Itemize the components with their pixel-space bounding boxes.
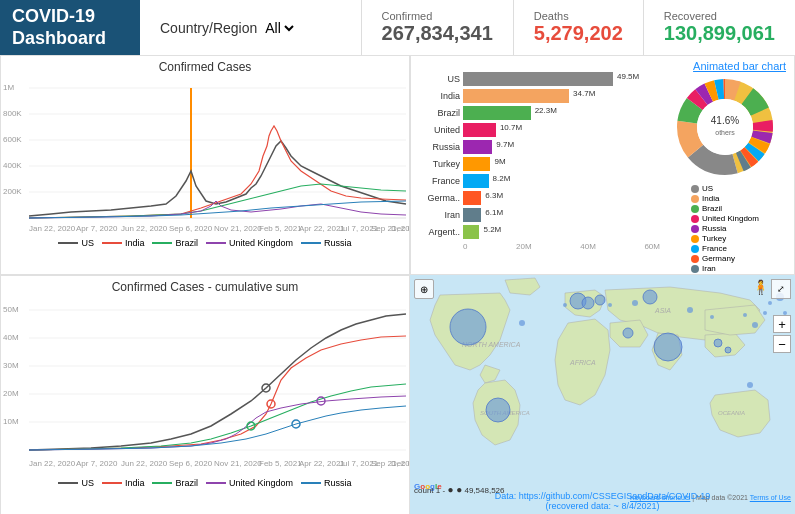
bar-donut-panel: Animated bar chart US49.5MIndia34.7MBraz… xyxy=(410,55,795,275)
bar-row: Argent..5.2M xyxy=(419,225,660,239)
bar-value: 22.3M xyxy=(533,106,557,115)
map-location-icon[interactable]: ⊕ xyxy=(414,279,434,299)
region-dropdown[interactable]: All xyxy=(261,19,297,37)
bar-container: 6.3M xyxy=(463,191,660,205)
svg-text:Feb 5, 2021: Feb 5, 2021 xyxy=(259,224,302,233)
bar-container: 22.3M xyxy=(463,106,660,120)
bar-fill xyxy=(463,208,481,222)
svg-text:Jun 22, 2020: Jun 22, 2020 xyxy=(121,459,168,468)
svg-point-80 xyxy=(632,300,638,306)
map-svg: NORTH AMERICA SOUTH AMERICA AFRICA ASIA … xyxy=(410,275,795,485)
svg-point-83 xyxy=(743,313,747,317)
bar-value: 5.2M xyxy=(481,225,501,234)
svg-text:400K: 400K xyxy=(3,161,22,170)
svg-point-76 xyxy=(714,339,722,347)
cumulative-chart-legend: US India Brazil United Kingdom Russia xyxy=(1,476,409,490)
donut-section: 41.6% others US India Brazil United King… xyxy=(660,72,790,275)
title-line1: COVID-19 xyxy=(12,6,106,28)
bar-fill xyxy=(463,174,489,188)
bar-fill xyxy=(463,123,496,137)
legend-label-us: US xyxy=(81,238,94,248)
bar-container: 9.7M xyxy=(463,140,660,154)
donut-legend: US India Brazil United Kingdom Russia Tu… xyxy=(691,184,759,275)
bar-row-label: Argent.. xyxy=(419,227,463,237)
region-label: Country/Region xyxy=(160,20,257,36)
world-map-panel: NORTH AMERICA SOUTH AMERICA AFRICA ASIA … xyxy=(410,275,795,514)
svg-point-74 xyxy=(643,290,657,304)
legend-label-brazil: Brazil xyxy=(175,238,198,248)
bar-value: 9M xyxy=(492,157,505,166)
cumulative-line-chart: 50M 40M 30M 20M 10M xyxy=(1,296,409,474)
legend-line-uk xyxy=(206,242,226,244)
svg-point-70 xyxy=(486,398,510,422)
legend-line-us xyxy=(58,242,78,244)
legend-label-india: India xyxy=(125,238,145,248)
svg-point-75 xyxy=(623,328,633,338)
count-text: count 1 - xyxy=(414,486,445,495)
zoom-in-button[interactable]: + xyxy=(773,315,791,333)
svg-text:41.6%: 41.6% xyxy=(711,115,739,126)
bar-row: Russia9.7M xyxy=(419,140,660,154)
cumulative-chart-title: Confirmed Cases - cumulative sum xyxy=(1,276,409,296)
legend-line-brazil xyxy=(152,242,172,244)
svg-text:Sep 6, 2020: Sep 6, 2020 xyxy=(169,459,213,468)
svg-text:Sep 6, 2020: Sep 6, 2020 xyxy=(169,224,213,233)
svg-text:ASIA: ASIA xyxy=(654,307,671,314)
svg-text:Jan 22, 2020: Jan 22, 2020 xyxy=(29,224,76,233)
bar-row: France8.2M xyxy=(419,174,660,188)
bar-fill xyxy=(463,157,490,171)
deaths-value: 5,279,202 xyxy=(534,22,623,45)
bar-row: Brazil22.3M xyxy=(419,106,660,120)
svg-text:30M: 30M xyxy=(3,361,19,370)
recovered-stat: Recovered 130,899,061 xyxy=(644,0,795,55)
bar-row-label: Russia xyxy=(419,142,463,152)
bar-row: India34.7M xyxy=(419,89,660,103)
svg-text:Dec 6, 2...: Dec 6, 2... xyxy=(391,224,409,233)
bar-row-label: Turkey xyxy=(419,159,463,169)
svg-point-78 xyxy=(563,303,567,307)
map-icon-row: ⊕ xyxy=(414,279,434,299)
bar-container: 49.5M xyxy=(463,72,660,86)
confirmed-chart-legend: US India Brazil United Kingdom Russia xyxy=(1,236,409,250)
bar-row-label: India xyxy=(419,91,463,101)
data-url[interactable]: Data: https://github.com/CSSEGISandData/… xyxy=(495,491,711,501)
svg-point-90 xyxy=(519,320,525,326)
svg-text:AFRICA: AFRICA xyxy=(569,359,596,366)
svg-point-69 xyxy=(654,333,682,361)
header: COVID-19 Dashboard Country/Region All Co… xyxy=(0,0,795,55)
svg-point-81 xyxy=(687,307,693,313)
map-count-label: count 1 - ● ● 49,548,526 xyxy=(414,484,505,495)
legend-brazil: Brazil xyxy=(152,238,198,248)
bar-row-label: United xyxy=(419,125,463,135)
terms-link[interactable]: Terms of Use xyxy=(750,494,791,501)
bar-value: 10.7M xyxy=(498,123,522,132)
svg-point-84 xyxy=(752,322,758,328)
bar-container: 9M xyxy=(463,157,660,171)
bar-value: 6.3M xyxy=(483,191,503,200)
svg-point-82 xyxy=(710,315,714,319)
svg-text:Apr 7, 2020: Apr 7, 2020 xyxy=(76,459,118,468)
bar-row: Iran6.1M xyxy=(419,208,660,222)
bar-row-label: US xyxy=(419,74,463,84)
bar-value: 34.7M xyxy=(571,89,595,98)
main-grid: Confirmed Cases 1M 800K 600K 400K 200K xyxy=(0,55,795,514)
region-selector[interactable]: Country/Region All xyxy=(140,0,362,55)
svg-point-79 xyxy=(608,303,612,307)
bar-row: US49.5M xyxy=(419,72,660,86)
cumulative-cases-chart: Confirmed Cases - cumulative sum 50M 40M… xyxy=(0,275,410,514)
svg-point-72 xyxy=(582,297,594,309)
donut-chart: 41.6% others xyxy=(670,72,780,182)
animated-bar-link[interactable]: Animated bar chart xyxy=(415,60,790,72)
fullscreen-icon[interactable]: ⤢ xyxy=(771,279,791,299)
svg-text:1M: 1M xyxy=(3,83,14,92)
deaths-stat: Deaths 5,279,202 xyxy=(514,0,644,55)
title-line2: Dashboard xyxy=(12,28,106,50)
legend-line-india xyxy=(102,242,122,244)
bar-axis: 0 20M 40M 60M xyxy=(419,242,660,251)
zoom-out-button[interactable]: − xyxy=(773,335,791,353)
svg-text:600K: 600K xyxy=(3,135,22,144)
legend-russia: Russia xyxy=(301,238,352,248)
deaths-label: Deaths xyxy=(534,10,569,22)
svg-text:Jan 22, 2020: Jan 22, 2020 xyxy=(29,459,76,468)
svg-text:20M: 20M xyxy=(3,389,19,398)
